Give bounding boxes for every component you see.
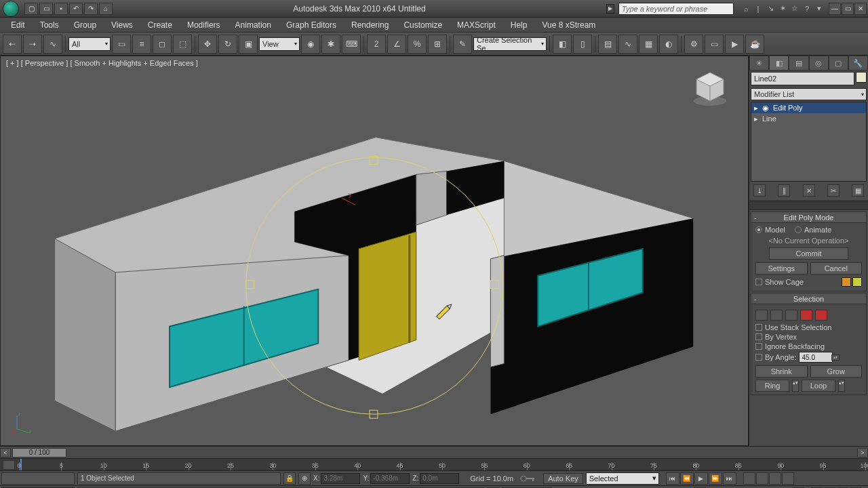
ring-button[interactable]: Ring [755,380,789,392]
layers-button[interactable]: ▤ [598,35,617,54]
menu-customize[interactable]: Customize [397,19,449,31]
undo-icon[interactable]: ↶ [69,3,83,15]
render-setup-button[interactable]: ⚙ [684,35,703,54]
keyboard-shortcut-button[interactable]: ⌨ [342,35,361,54]
menu-graph-editors[interactable]: Graph Editors [279,19,343,31]
next-frame-icon[interactable]: ⏩ [709,472,722,485]
goto-end-icon[interactable]: ⏭ [723,472,736,485]
snap-2d-button[interactable]: 2 [367,35,386,54]
time-slider-prev[interactable]: < [0,448,11,458]
cage-color-2[interactable] [852,277,862,287]
ignore-backfacing-checkbox[interactable] [755,343,762,350]
menu-views[interactable]: Views [104,19,140,31]
project-icon[interactable]: ⌂ [99,3,113,15]
stack-item-line[interactable]: ▸ Line [751,113,866,124]
nav-zoom-extents-all-icon[interactable] [782,472,794,485]
current-frame-marker[interactable] [20,459,22,470]
tab-hierarchy-icon[interactable]: ▤ [789,56,808,70]
auto-key-button[interactable]: Auto Key [543,473,583,484]
configure-sets-icon[interactable]: ▦ [852,184,864,197]
menu-help[interactable]: Help [504,19,534,31]
make-unique-icon[interactable]: ✕ [803,184,815,197]
stack-expand-icon[interactable]: ▸ [754,115,758,123]
restore-icon[interactable]: ▭ [842,3,854,15]
menu-rendering[interactable]: Rendering [344,19,395,31]
minimize-icon[interactable]: — [829,3,841,15]
play-icon[interactable]: ▶ [694,472,708,485]
coord-y-input[interactable]: -0.368m [370,473,410,484]
edit-named-sel-button[interactable]: ✎ [453,35,472,54]
rollout-header[interactable]: Selection [751,293,866,304]
viewport[interactable]: [ + ] [ Perspective ] [ Smooth + Highlig… [0,56,749,446]
by-angle-checkbox[interactable] [755,354,762,361]
commit-button[interactable]: Commit [769,247,848,260]
menu-vue[interactable]: Vue 8 xStream [535,19,602,31]
radio-animate[interactable]: Animate [795,226,831,234]
show-end-result-icon[interactable]: ‖ [778,184,790,197]
lock-selection-icon[interactable]: 🔒 [283,472,296,485]
stack-eye-icon[interactable]: ◉ [762,104,769,113]
remove-modifier-icon[interactable]: ✂ [827,184,840,197]
render-button[interactable]: ☕ [745,35,764,54]
grow-button[interactable]: Grow [810,365,863,378]
time-slider-handle[interactable]: 0 / 100 [12,448,66,458]
mirror-button[interactable]: ◧ [553,35,572,54]
scale-button[interactable]: ▣ [239,35,258,54]
menu-maxscript[interactable]: MAXScript [450,19,502,31]
prev-frame-icon[interactable]: ⏪ [680,472,694,485]
menu-edit[interactable]: Edit [4,19,32,31]
help-icon[interactable]: ? [802,3,812,14]
help-dropdown-icon[interactable]: ▾ [814,3,825,14]
subobj-element-icon[interactable] [815,310,827,321]
subobj-polygon-icon[interactable] [800,310,812,321]
object-color-swatch[interactable] [856,72,867,83]
subobj-edge-icon[interactable] [770,310,783,321]
modifier-stack[interactable]: ▸ ◉ Edit Poly ▸ Line [751,102,867,182]
percent-snap-button[interactable]: % [408,35,427,54]
render-production-button[interactable]: ▶ [725,35,744,54]
key-filter-combo[interactable]: Selected [586,472,659,485]
new-icon[interactable]: ▢ [24,3,38,15]
show-cage-checkbox[interactable] [755,279,762,285]
menu-group[interactable]: Group [67,19,103,31]
align-button[interactable]: ▯ [573,35,592,54]
commcenter-icon[interactable]: ↘ [765,3,776,14]
move-button[interactable]: ✥ [198,35,217,54]
nav-zoom-extents-icon[interactable] [769,472,781,485]
viewcube[interactable] [690,68,730,109]
ref-coord-combo[interactable]: View [259,37,300,51]
subobj-border-icon[interactable] [785,310,797,321]
open-icon[interactable]: ▭ [39,3,53,15]
modifier-list-combo[interactable]: Modifier List [751,88,867,100]
angle-snap-button[interactable]: ∠ [387,35,406,54]
shrink-button[interactable]: Shrink [755,365,808,378]
menu-modifiers[interactable]: Modifiers [180,19,227,31]
loop-button[interactable]: Loop [802,380,835,392]
tab-create-icon[interactable]: ✳ [749,56,769,70]
infocenter-toggle-icon[interactable]: ▶ [606,4,614,14]
coord-x-input[interactable]: 3.28m [321,473,360,484]
time-slider-next[interactable]: > [857,448,868,458]
pin-stack-icon[interactable]: ⤓ [753,184,766,197]
subobj-vertex-icon[interactable] [755,310,768,321]
search-input[interactable]: Type a keyword or phrase [618,3,734,15]
binoculars-icon[interactable]: ⌕ [741,3,751,14]
trackbar-toggle-icon[interactable] [3,460,15,470]
selection-filter-combo[interactable]: All [68,37,111,51]
tab-modify-icon[interactable]: ◧ [769,56,789,70]
named-selection-combo[interactable]: Create Selection Se [473,37,547,51]
schematic-view-button[interactable]: ▦ [639,35,658,54]
nav-zoom-all-icon[interactable] [756,472,768,485]
redo-icon[interactable]: ↷ [84,3,98,15]
track-bar[interactable]: 0510152025303540455055606570758085909510… [0,458,868,470]
rendered-frame-button[interactable]: ▭ [705,35,724,54]
maxscript-mini-listener[interactable] [1,472,75,485]
curve-editor-button[interactable]: ∿ [618,35,637,54]
close-icon[interactable]: ✕ [854,3,867,15]
tab-motion-icon[interactable]: ◎ [809,56,829,70]
coord-display-icon[interactable]: ⊕ [298,472,311,485]
menu-tools[interactable]: Tools [33,19,66,31]
nav-zoom-icon[interactable] [743,472,755,485]
select-region-button[interactable]: ◻ [153,35,172,54]
use-stack-checkbox[interactable] [755,324,762,331]
